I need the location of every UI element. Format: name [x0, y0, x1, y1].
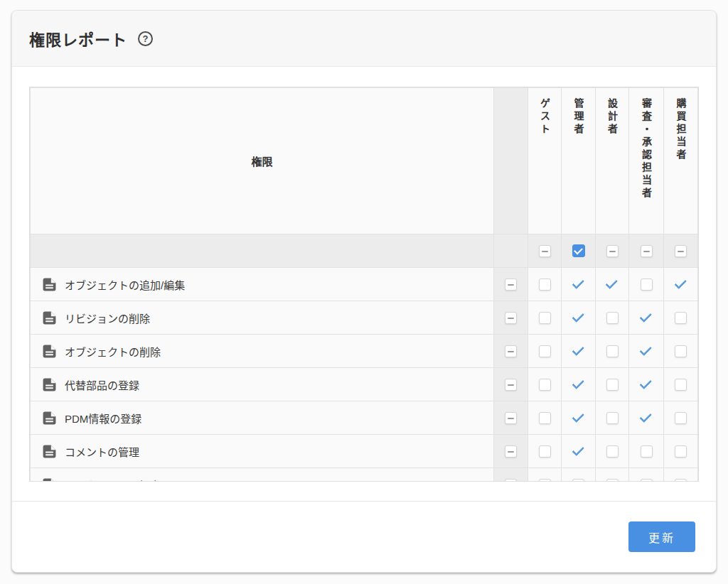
role-checkbox-reviewer[interactable]: [640, 411, 653, 424]
permission-label: PDM情報の登録: [65, 411, 141, 426]
permission-table-container: 権限 ゲスト 管理者 設計者 審査・承認担当者 購買担当者: [29, 87, 699, 482]
role-checkbox-designer[interactable]: [606, 479, 619, 482]
row-indeterminate-checkbox[interactable]: [505, 379, 517, 391]
role-checkbox-designer[interactable]: [606, 345, 619, 357]
card-header: 権限レポート ?: [12, 11, 716, 67]
select-all-checkbox-admin[interactable]: [572, 244, 585, 257]
role-checkbox-reviewer[interactable]: [641, 479, 653, 482]
role-checkbox-purchaser[interactable]: [675, 479, 687, 482]
column-header-label: 管理者: [574, 98, 584, 136]
column-header-permission: 権限: [31, 88, 494, 234]
table-row: リビジョンの削除: [31, 301, 698, 335]
column-header-reviewer: 審査・承認担当者: [629, 88, 664, 234]
row-indeterminate-checkbox[interactable]: [505, 479, 517, 482]
document-icon: [42, 444, 57, 459]
card-footer: 更新: [12, 501, 716, 572]
column-header-spacer: [494, 88, 528, 234]
document-icon: [42, 277, 57, 292]
column-header-label: ゲスト: [540, 98, 550, 136]
table-row: 代替部品の登録: [31, 368, 698, 401]
permission-report-card: 権限レポート ? 権限 ゲスト 管理者 設計者 審査・承認担: [11, 10, 717, 573]
select-all-checkbox-reviewer[interactable]: [641, 245, 653, 257]
permission-label: 代替部品の登録: [65, 377, 139, 392]
role-checkbox-guest[interactable]: [539, 345, 551, 357]
role-checkbox-purchaser[interactable]: [675, 412, 687, 424]
role-checkbox-guest[interactable]: [539, 312, 551, 324]
role-checkbox-reviewer[interactable]: [640, 378, 653, 391]
role-checkbox-guest[interactable]: [539, 412, 551, 424]
role-checkbox-admin[interactable]: [572, 378, 585, 391]
column-header-designer: 設計者: [596, 88, 629, 234]
role-checkbox-guest[interactable]: [539, 379, 551, 391]
role-checkbox-designer[interactable]: [606, 379, 619, 391]
table-row: PDM情報の登録: [31, 401, 698, 435]
page-title: 権限レポート: [29, 27, 127, 50]
table-row: コメントの管理: [31, 435, 698, 468]
role-checkbox-guest[interactable]: [539, 479, 551, 482]
table-header-row: 権限 ゲスト 管理者 設計者 審査・承認担当者 購買担当者: [31, 88, 698, 234]
row-indeterminate-checkbox[interactable]: [505, 312, 517, 324]
role-checkbox-admin[interactable]: [572, 278, 585, 291]
table-row: オブジェクトの追加/編集: [31, 268, 698, 301]
role-checkbox-reviewer[interactable]: [640, 345, 653, 357]
table-row-clipped: ワークフローの設定: [31, 468, 698, 482]
document-icon: [42, 310, 57, 325]
role-checkbox-admin[interactable]: [572, 345, 585, 357]
document-icon: [42, 377, 57, 392]
select-all-checkbox-guest[interactable]: [539, 245, 551, 257]
role-checkbox-guest[interactable]: [539, 445, 551, 458]
row-indeterminate-checkbox[interactable]: [505, 445, 517, 458]
role-checkbox-admin[interactable]: [572, 311, 585, 324]
role-checkbox-designer[interactable]: [606, 278, 619, 291]
column-header-admin: 管理者: [562, 88, 596, 234]
role-checkbox-purchaser[interactable]: [675, 312, 687, 324]
permission-label: ワークフローの設定: [65, 477, 161, 482]
column-header-label: 審査・承認担当者: [641, 98, 651, 200]
row-indeterminate-checkbox[interactable]: [505, 345, 517, 357]
select-all-checkbox-designer[interactable]: [606, 245, 619, 257]
document-icon: [42, 477, 57, 482]
role-checkbox-reviewer[interactable]: [641, 279, 653, 291]
role-checkbox-designer[interactable]: [606, 312, 619, 324]
table-row: オブジェクトの削除: [31, 335, 698, 368]
role-checkbox-reviewer[interactable]: [640, 311, 653, 324]
select-all-checkbox-purchaser[interactable]: [675, 245, 687, 257]
column-header-purchaser: 購買担当者: [664, 88, 698, 234]
document-icon: [42, 411, 57, 426]
role-checkbox-purchaser[interactable]: [675, 345, 687, 357]
permission-label: リビジョンの削除: [65, 310, 150, 325]
update-button[interactable]: 更新: [628, 521, 695, 552]
permission-label: オブジェクトの削除: [65, 344, 161, 359]
role-checkbox-designer[interactable]: [606, 445, 619, 458]
role-checkbox-purchaser[interactable]: [675, 445, 687, 458]
select-all-spacer-cell: [494, 234, 528, 268]
role-checkbox-admin[interactable]: [572, 445, 585, 458]
permission-label: オブジェクトの追加/編集: [65, 277, 185, 292]
column-header-label: 購買担当者: [676, 98, 686, 162]
role-checkbox-admin[interactable]: [572, 479, 584, 482]
role-checkbox-admin[interactable]: [572, 411, 585, 424]
help-icon[interactable]: ?: [138, 31, 153, 46]
role-checkbox-purchaser[interactable]: [675, 379, 687, 391]
column-header-guest: ゲスト: [528, 88, 562, 234]
permission-table: 権限 ゲスト 管理者 設計者 審査・承認担当者 購買担当者: [30, 87, 698, 482]
role-checkbox-designer[interactable]: [606, 412, 619, 424]
row-indeterminate-checkbox[interactable]: [505, 279, 517, 291]
role-checkbox-guest[interactable]: [539, 279, 551, 291]
permission-label: コメントの管理: [65, 444, 139, 459]
select-all-name-cell: [31, 234, 494, 268]
select-all-row: [31, 234, 698, 268]
row-indeterminate-checkbox[interactable]: [505, 412, 517, 424]
role-checkbox-reviewer[interactable]: [641, 445, 653, 458]
column-header-label: 設計者: [607, 98, 617, 136]
document-icon: [42, 344, 57, 359]
role-checkbox-purchaser[interactable]: [675, 278, 687, 291]
